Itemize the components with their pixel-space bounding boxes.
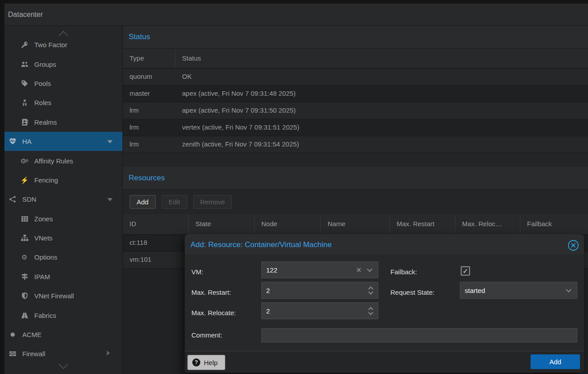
sidebar-item-realms[interactable]: Realms <box>4 113 122 132</box>
sidebar-item-groups[interactable]: Groups <box>4 54 122 73</box>
status-row-lrm-2[interactable]: lrm vertex (active, Fri Nov 7 09:31:51 2… <box>123 119 588 136</box>
status-row-master[interactable]: master apex (active, Fri Nov 7 09:31:48 … <box>123 85 588 102</box>
sidebar-item-ha[interactable]: HA <box>4 132 122 151</box>
status-cell: vertex (active, Fri Nov 7 09:31:51 2025) <box>175 119 588 136</box>
failback-checkbox[interactable]: ✓ <box>461 266 470 276</box>
type-cell: lrm <box>123 119 175 136</box>
status-cell: apex (active, Fri Nov 7 09:31:50 2025) <box>175 102 588 119</box>
sidebar-item-label: VNets <box>34 234 53 242</box>
collapse-arrow-icon[interactable] <box>107 140 113 143</box>
dialog-title: Add: Resource: Container/Virtual Machine <box>185 234 584 255</box>
sidebar-item-ipam[interactable]: IPAM <box>4 267 122 286</box>
tag-icon <box>20 80 29 87</box>
chevron-down-icon <box>566 287 572 293</box>
spinner-arrows-icon[interactable] <box>369 308 373 314</box>
add-button[interactable]: Add <box>130 195 156 209</box>
sidebar-item-acme[interactable]: ACME <box>4 325 122 344</box>
sidebar-item-label: ACME <box>22 331 41 338</box>
sidebar-item-label: Affinity Rules <box>34 157 73 165</box>
status-cell: OK <box>175 69 588 85</box>
sidebar-item-label: SDN <box>22 195 36 203</box>
comment-input[interactable] <box>261 328 577 342</box>
collapse-arrow-icon[interactable] <box>107 350 113 356</box>
help-button[interactable]: ? Help <box>187 355 225 370</box>
column-header-failback[interactable]: Failback <box>520 214 588 234</box>
edit-button[interactable]: Edit <box>162 195 187 209</box>
column-header-type[interactable]: Type <box>123 49 175 68</box>
request-state-select[interactable]: started <box>460 282 577 299</box>
status-table-header: Type Status <box>123 49 588 69</box>
vm-combobox[interactable]: 122 × <box>261 261 378 278</box>
road-icon <box>20 312 29 319</box>
column-header-id[interactable]: ID <box>123 214 189 234</box>
status-cell: apex (active, Fri Nov 7 09:31:48 2025) <box>175 85 588 102</box>
clear-icon[interactable]: × <box>356 265 361 274</box>
sidebar-scroll-down[interactable] <box>4 357 122 374</box>
column-header-node[interactable]: Node <box>255 214 321 234</box>
certificate-icon <box>8 331 17 338</box>
max-restart-value: 2 <box>262 287 369 294</box>
sidebar-item-vnets[interactable]: VNets <box>4 228 122 248</box>
sidebar-item-zones[interactable]: Zones <box>4 209 122 228</box>
failback-label: Failback: <box>390 268 417 276</box>
dialog-footer: ? Help Add <box>185 351 584 373</box>
sidebar-item-fencing[interactable]: ⚡ Fencing <box>4 171 122 190</box>
sidebar-item-options[interactable]: ⚙ Options <box>4 248 122 267</box>
chevron-down-icon[interactable] <box>367 266 373 272</box>
column-header-max-restart[interactable]: Max. Restart <box>390 214 455 234</box>
collapse-arrow-icon[interactable] <box>107 198 113 201</box>
status-cell: zenith (active, Fri Nov 7 09:31:54 2025) <box>175 136 588 153</box>
sidebar: Two Factor Groups Pools Roles Realms HA … <box>4 26 123 374</box>
column-header-max-relocate[interactable]: Max. Reloc… <box>455 214 520 234</box>
sidebar-item-roles[interactable]: Roles <box>4 93 122 112</box>
sidebar-item-label: VNet Firewall <box>34 292 74 300</box>
max-relocate-label: Max. Relocate: <box>191 309 236 317</box>
sidebar-item-fabrics[interactable]: Fabrics <box>4 305 122 325</box>
sidebar-item-affinity-rules[interactable]: ⚙⚙ Affinity Rules <box>4 151 122 170</box>
column-header-state[interactable]: State <box>189 214 255 234</box>
sidebar-item-label: Roles <box>34 99 51 106</box>
column-header-name[interactable]: Name <box>321 214 390 234</box>
id-cell: vm:101 <box>123 252 189 268</box>
sidebar-item-vnet-firewall[interactable]: VNet Firewall <box>4 286 122 305</box>
request-state-label: Request State: <box>390 289 434 296</box>
sidebar-item-label: HA <box>22 138 32 145</box>
type-cell: lrm <box>123 136 175 153</box>
status-row-quorum[interactable]: quorum OK <box>123 69 588 85</box>
heartbeat-icon <box>8 138 17 145</box>
vm-value: 122 <box>262 266 356 274</box>
spinner-arrows-icon[interactable] <box>369 287 373 294</box>
max-restart-spinner[interactable]: 2 <box>261 282 378 299</box>
sidebar-item-label: Realms <box>34 118 57 126</box>
sidebar-scroll-up[interactable] <box>4 26 122 35</box>
status-row-lrm-3[interactable]: lrm zenith (active, Fri Nov 7 09:31:54 2… <box>123 136 588 153</box>
max-relocate-spinner[interactable]: 2 <box>261 302 378 319</box>
sitemap-icon <box>20 234 29 242</box>
panel-gap <box>123 153 588 167</box>
share-nodes-icon <box>8 195 17 203</box>
gear-icon: ⚙ <box>20 254 29 260</box>
resources-toolbar: Add Edit Remove <box>123 190 588 214</box>
resources-panel-title: Resources <box>123 167 588 190</box>
page-header: Datacenter <box>4 4 588 26</box>
user-icon <box>20 99 29 106</box>
dialog-body: VM: 122 × Max. Restart: 2 Max. Relocate:… <box>185 254 584 351</box>
dialog-header[interactable]: Add: Resource: Container/Virtual Machine <box>185 234 584 254</box>
status-panel-title: Status <box>123 26 588 49</box>
key-icon <box>20 41 29 49</box>
close-icon[interactable] <box>568 240 579 251</box>
sidebar-item-two-factor[interactable]: Two Factor <box>4 35 122 54</box>
firewall-bricks-icon <box>8 350 17 358</box>
column-header-status[interactable]: Status <box>175 49 588 68</box>
sidebar-item-label: Pools <box>34 80 51 87</box>
page-title: Datacenter <box>4 4 588 25</box>
sidebar-item-sdn[interactable]: SDN <box>4 190 122 209</box>
request-state-value: started <box>460 287 567 294</box>
dialog-add-button[interactable]: Add <box>531 354 580 369</box>
sidebar-item-pools[interactable]: Pools <box>4 74 122 93</box>
remove-button[interactable]: Remove <box>193 195 232 209</box>
vm-label: VM: <box>191 268 203 276</box>
shield-icon <box>20 292 29 300</box>
status-row-lrm-1[interactable]: lrm apex (active, Fri Nov 7 09:31:50 202… <box>123 102 588 119</box>
sidebar-item-label: Two Factor <box>34 41 67 49</box>
